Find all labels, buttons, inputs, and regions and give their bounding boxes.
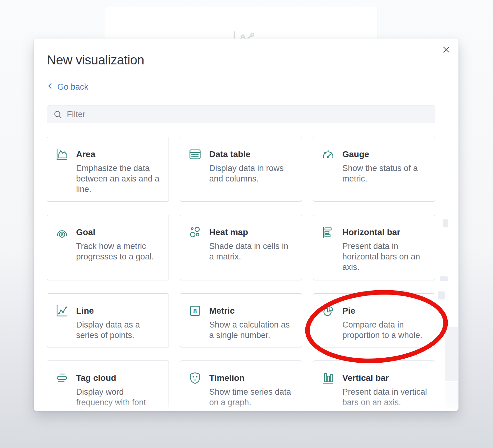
goal-icon: 8 xyxy=(55,226,69,239)
visualization-card-horizontal-bar[interactable]: Horizontal bar Present data in horizonta… xyxy=(313,215,435,280)
card-title: Vertical bar xyxy=(342,372,428,384)
card-title: Timelion xyxy=(209,372,295,384)
visualization-card-data-table[interactable]: Data table Display data in rows and colu… xyxy=(180,137,302,202)
filter-input[interactable] xyxy=(47,105,435,123)
card-description: Display word frequency with font size. xyxy=(76,387,162,411)
svg-text:8: 8 xyxy=(193,307,197,315)
area-chart-icon xyxy=(55,148,69,161)
background-artifact xyxy=(440,276,448,281)
card-title: Goal xyxy=(76,226,162,238)
background-artifact xyxy=(443,219,448,227)
card-description: Track how a metric progresses to a goal. xyxy=(76,241,162,262)
horizontal-bar-icon xyxy=(321,226,335,239)
card-description: Display data as a series of points. xyxy=(76,320,162,340)
close-icon[interactable] xyxy=(440,43,452,56)
visualization-card-tag-cloud[interactable]: Tag cloud Display word frequency with fo… xyxy=(47,360,169,411)
card-description: Show the status of a metric. xyxy=(342,163,428,184)
page-title: New visualization xyxy=(47,53,446,67)
chevron-left-icon xyxy=(47,82,54,92)
vertical-bar-icon xyxy=(321,371,335,385)
visualization-card-metric[interactable]: 8 Metric Show a calculation as a single … xyxy=(180,293,302,347)
card-title: Metric xyxy=(209,305,295,317)
visualization-card-timelion[interactable]: Timelion Show time series data on a grap… xyxy=(180,360,302,411)
heat-map-icon xyxy=(188,226,202,239)
metric-icon: 8 xyxy=(188,304,202,318)
visualization-card-pie[interactable]: Pie Compare data in proportion to a whol… xyxy=(313,293,435,347)
search-icon xyxy=(54,110,62,120)
card-title: Area xyxy=(76,148,162,161)
background-artifact xyxy=(445,382,458,410)
card-title: Data table xyxy=(209,148,295,161)
background-artifact xyxy=(438,291,445,299)
svg-text:8: 8 xyxy=(61,232,63,237)
data-table-icon xyxy=(188,148,202,161)
card-title: Horizontal bar xyxy=(342,226,428,238)
visualization-card-line[interactable]: Line Display data as a series of points. xyxy=(47,293,169,347)
card-description: Display data in rows and columns. xyxy=(209,163,295,184)
gauge-icon xyxy=(321,148,335,161)
go-back-link[interactable]: Go back xyxy=(47,82,88,92)
new-visualization-modal: New visualization Go back Area Emphasize… xyxy=(34,39,458,411)
card-title: Tag cloud xyxy=(76,372,162,384)
card-description: Show a calculation as a single number. xyxy=(209,320,295,340)
card-description: Show time series data on a graph. xyxy=(209,387,295,408)
card-title: Line xyxy=(76,305,162,317)
card-title: Heat map xyxy=(209,226,295,238)
visualization-card-vertical-bar[interactable]: Vertical bar Present data in vertical ba… xyxy=(313,360,435,411)
timelion-icon xyxy=(188,371,202,385)
visualization-card-goal[interactable]: 8 Goal Track how a metric progresses to … xyxy=(47,215,169,280)
card-description: Shade data in cells in a matrix. xyxy=(209,241,295,262)
card-title: Gauge xyxy=(342,148,428,161)
visualization-card-gauge[interactable]: Gauge Show the status of a metric. xyxy=(313,137,435,202)
card-title: Pie xyxy=(342,305,428,317)
card-description: Compare data in proportion to a whole. xyxy=(342,320,428,340)
visualization-card-heat-map[interactable]: Heat map Shade data in cells in a matrix… xyxy=(180,215,302,280)
line-chart-icon xyxy=(55,304,69,318)
card-description: Emphasize the data between an axis and a… xyxy=(76,163,162,194)
background-artifact xyxy=(445,327,458,381)
card-description: Present data in vertical bars on an axis… xyxy=(342,387,428,408)
go-back-label: Go back xyxy=(57,82,88,92)
pie-chart-icon xyxy=(321,304,335,318)
background-artifact xyxy=(401,290,407,295)
card-description: Present data in horizontal bars on an ax… xyxy=(342,241,428,272)
tag-cloud-icon xyxy=(55,371,69,385)
visualization-type-grid: Area Emphasize the data between an axis … xyxy=(47,137,435,411)
visualization-card-area[interactable]: Area Emphasize the data between an axis … xyxy=(47,137,169,202)
